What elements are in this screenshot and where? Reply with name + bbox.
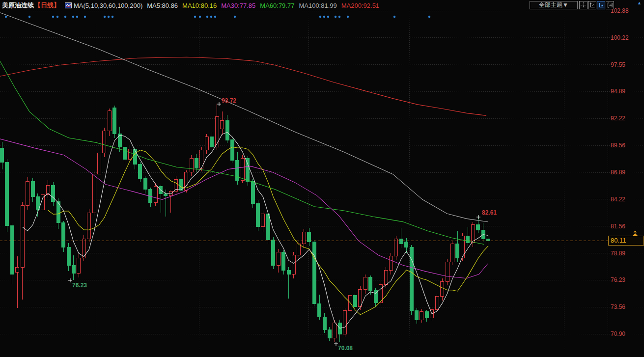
event-dots-layer: [5, 16, 430, 18]
extreme-cross-marker: [68, 278, 72, 282]
grid-lines: [0, 11, 644, 350]
candle-up: [154, 187, 157, 203]
candle-down: [230, 140, 234, 160]
candle-up: [169, 192, 172, 195]
last-price-badge: 80.11: [608, 236, 644, 246]
candle-down: [139, 164, 142, 178]
price-axis: 102.88100.2297.5594.8992.2289.5686.8984.…: [611, 7, 629, 337]
price-tick-label: 73.56: [611, 303, 625, 310]
candle-down: [312, 242, 316, 304]
candle-down: [282, 252, 285, 270]
chart-header: 美原油连续 【日线】 MA(5,10,30,60,100,200) MA5:80…: [0, 0, 644, 11]
candle-down: [399, 239, 403, 244]
price-tick-label: 76.23: [611, 276, 625, 283]
candle-up: [108, 110, 111, 131]
candle-down: [308, 232, 311, 242]
extreme-price-label: 76.23: [72, 282, 87, 289]
candle-up: [384, 270, 388, 284]
candle-down: [456, 244, 459, 258]
price-tick-label: 70.90: [611, 330, 625, 337]
candle-down: [486, 239, 490, 241]
price-tick-label: 84.22: [611, 196, 625, 203]
extreme-cross-marker: [217, 102, 221, 106]
event-dot: [199, 16, 201, 18]
candle-up: [292, 255, 295, 275]
event-dot: [28, 16, 30, 18]
candle-down: [67, 247, 70, 265]
candle-down: [425, 312, 428, 318]
event-dot: [338, 16, 340, 18]
candle-down: [410, 247, 413, 311]
candles-layer: [0, 104, 490, 342]
event-dot: [428, 16, 430, 18]
ma30-value: MA30:77.85: [221, 2, 255, 9]
candle-up: [302, 232, 306, 244]
event-dot: [206, 16, 208, 18]
trading-chart-window: 93.7282.6176.2370.08102.88100.2297.5594.…: [0, 0, 644, 357]
candle-up: [205, 137, 208, 150]
candle-up: [26, 181, 29, 205]
candle-up: [190, 158, 193, 172]
candle-up: [241, 158, 244, 180]
event-dot: [210, 16, 212, 18]
candle-down: [113, 108, 116, 134]
event-dot: [214, 16, 216, 18]
ma60-value: MA60:79.77: [260, 2, 294, 9]
candle-down: [251, 181, 254, 203]
candle-down: [369, 277, 372, 291]
candle-up: [441, 281, 444, 297]
candle-up: [92, 174, 96, 213]
event-dot: [108, 16, 110, 18]
candle-up: [297, 244, 301, 255]
event-dot: [327, 16, 329, 18]
price-tick-label: 94.89: [611, 88, 625, 95]
candle-down: [118, 134, 121, 147]
candle-up: [98, 153, 101, 174]
ma10-value: MA10:80.16: [182, 2, 217, 9]
candle-down: [272, 240, 275, 265]
price-tick-label: 81.56: [611, 223, 625, 230]
candle-up: [435, 297, 439, 310]
candle-up: [343, 311, 347, 334]
candle-down: [62, 223, 65, 247]
candle-down: [354, 296, 357, 307]
event-dot: [335, 16, 336, 18]
ma-line-MA200: [0, 57, 486, 115]
candle-up: [103, 131, 106, 153]
candle-up: [364, 277, 367, 290]
extreme-price-label: 70.08: [338, 345, 353, 352]
price-tick-label: 78.89: [611, 250, 625, 257]
axis-top-arrow-icon[interactable]: ▲: [637, 0, 642, 5]
price-tick-label: 92.22: [611, 115, 625, 122]
candle-down: [405, 242, 408, 247]
ma5-value: MA5:80.86: [147, 2, 178, 9]
event-dot: [64, 16, 66, 18]
candle-up: [46, 186, 50, 195]
candle-down: [133, 149, 137, 165]
candle-up: [389, 256, 392, 271]
candle-down: [195, 158, 198, 168]
candle-down: [210, 137, 214, 147]
extreme-cross-marker: [334, 342, 338, 346]
event-dot: [104, 16, 106, 18]
candle-up: [221, 121, 224, 129]
candle-down: [143, 178, 147, 190]
ma-line-MA100: [0, 13, 488, 222]
candle-down: [256, 204, 260, 227]
candle-up: [451, 244, 454, 262]
last-price-value: 80.11: [611, 237, 626, 244]
candle-up: [16, 267, 19, 272]
candle-up: [333, 323, 336, 338]
event-dot: [76, 16, 78, 18]
candle-up: [215, 117, 219, 147]
candle-down: [476, 225, 480, 230]
candle-up: [21, 206, 24, 268]
extreme-price-label: 93.72: [222, 97, 236, 104]
price-tick-label: 97.55: [611, 61, 625, 68]
candlestick-chart[interactable]: 93.7282.6176.2370.08102.88100.2297.5594.…: [0, 0, 644, 357]
candle-down: [318, 303, 321, 317]
event-dot: [112, 16, 113, 18]
ma-line-MA5: [23, 132, 488, 328]
indicator-chart-icon[interactable]: [65, 2, 72, 8]
event-dot: [84, 16, 86, 18]
